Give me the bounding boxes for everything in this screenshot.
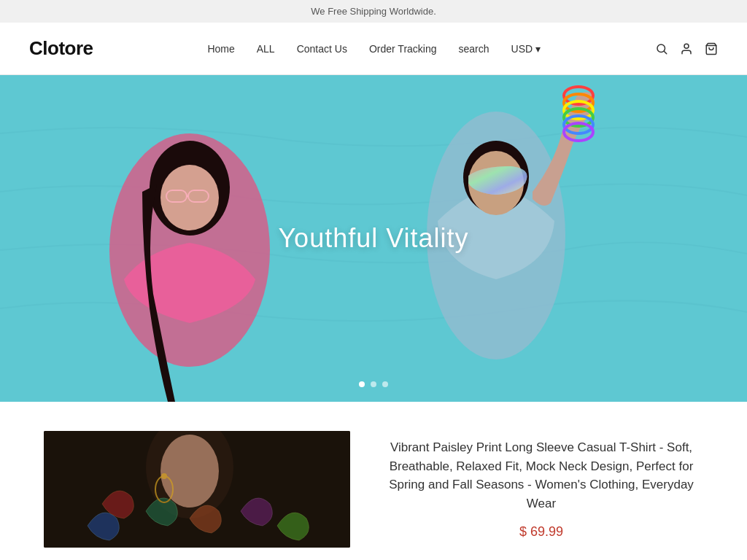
svg-point-0 [657,44,665,52]
user-icon[interactable] [680,42,693,55]
product-title[interactable]: Vibrant Paisley Print Long Sleeve Casual… [379,438,703,513]
nav-all[interactable]: ALL [257,43,275,55]
currency-arrow-icon: ▾ [535,43,541,55]
nav-home[interactable]: Home [207,43,234,55]
svg-point-25 [161,473,167,479]
logo[interactable]: Clotore [29,37,93,60]
dot-3[interactable] [382,381,388,387]
svg-point-8 [160,165,219,230]
hero-overlay: Youthful Vitality [278,223,468,254]
product-section: Vibrant Paisley Print Long Sleeve Casual… [0,402,747,560]
nav-order-tracking[interactable]: Order Tracking [369,43,437,55]
header: Clotore Home ALL Contact Us Order Tracki… [0,23,747,75]
product-image[interactable] [44,431,350,548]
hero-title: Youthful Vitality [278,223,468,254]
svg-line-1 [664,51,666,53]
hero-dots [359,381,388,387]
currency-label: USD [511,43,533,55]
nav-search-link[interactable]: search [459,43,489,55]
header-icons [655,42,718,55]
announcement-bar: We Free Shipping Worldwide. [0,0,747,23]
main-nav: Home ALL Contact Us Order Tracking searc… [207,43,541,55]
product-info: Vibrant Paisley Print Long Sleeve Casual… [379,431,703,540]
svg-point-23 [160,435,219,508]
search-icon[interactable] [655,42,668,55]
dot-1[interactable] [359,381,365,387]
currency-selector[interactable]: USD ▾ [511,43,541,55]
dot-2[interactable] [371,381,376,387]
cart-icon[interactable] [705,42,718,55]
nav-contact[interactable]: Contact Us [297,43,347,55]
announcement-text: We Free Shipping Worldwide. [311,6,436,17]
product-price: $ 69.99 [379,524,703,540]
svg-point-2 [684,44,689,48]
hero-banner: Youthful Vitality [0,75,747,402]
